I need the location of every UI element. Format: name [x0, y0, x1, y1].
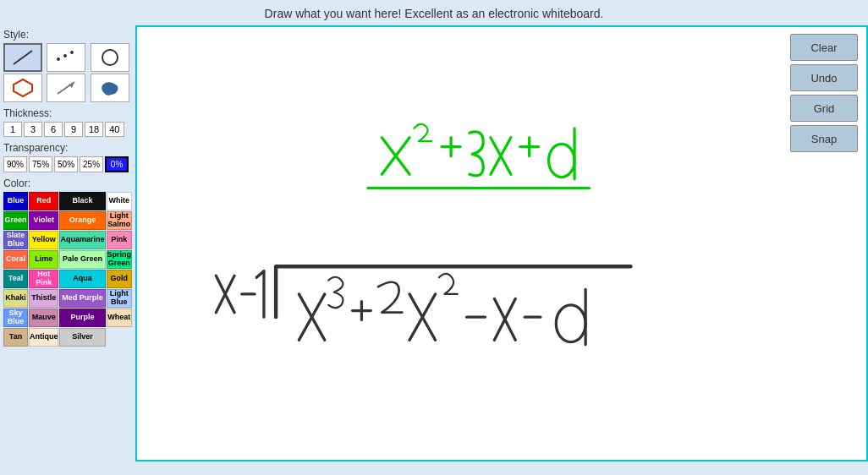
- thick-40[interactable]: 40: [105, 122, 124, 137]
- color-black[interactable]: Black: [59, 192, 105, 210]
- style-hexagon[interactable]: [3, 74, 42, 102]
- color-teal[interactable]: Teal: [3, 270, 28, 288]
- color-red[interactable]: Red: [29, 192, 59, 210]
- style-button-group: [3, 43, 132, 102]
- thick-18[interactable]: 18: [85, 122, 103, 137]
- trans-0[interactable]: 0%: [105, 156, 129, 172]
- color-thistle[interactable]: Thistle: [29, 289, 59, 308]
- color-spring-green[interactable]: Spring Green: [107, 250, 133, 269]
- color-pink[interactable]: Pink: [107, 231, 133, 249]
- transparency-label: Transparency:: [3, 142, 132, 154]
- sidebar: Style:: [0, 25, 135, 461]
- style-circle[interactable]: [91, 43, 129, 72]
- color-sky-blue[interactable]: Sky Blue: [3, 308, 28, 327]
- svg-point-2: [63, 54, 67, 57]
- color-pale-green[interactable]: Pale Green: [59, 250, 105, 269]
- math-drawing: [137, 27, 866, 460]
- thickness-group: 1 3 6 9 18 40: [3, 122, 132, 137]
- color-gold[interactable]: Gold: [107, 270, 133, 288]
- color-light-blue[interactable]: Light Blue: [107, 289, 133, 308]
- color-aqua[interactable]: Aqua: [59, 270, 105, 288]
- color-med-purple[interactable]: Med Purple: [59, 289, 105, 308]
- color-antique[interactable]: Antique: [29, 328, 59, 347]
- color-tan[interactable]: Tan: [3, 328, 28, 347]
- svg-point-4: [102, 50, 118, 65]
- clear-button[interactable]: Clear: [790, 34, 858, 61]
- color-lime[interactable]: Lime: [29, 250, 59, 269]
- color-mauve[interactable]: Mauve: [29, 308, 59, 327]
- style-arrow[interactable]: [47, 74, 85, 102]
- undo-button[interactable]: Undo: [790, 64, 858, 91]
- color-orange[interactable]: Orange: [59, 211, 105, 230]
- color-white[interactable]: White: [107, 192, 133, 210]
- svg-point-16: [549, 144, 575, 177]
- snap-button[interactable]: Snap: [790, 125, 858, 152]
- grid-button[interactable]: Grid: [790, 95, 858, 122]
- thickness-label: Thickness:: [3, 107, 132, 119]
- color-purple[interactable]: Purple: [59, 308, 105, 327]
- thick-6[interactable]: 6: [44, 122, 63, 137]
- action-buttons: Clear Undo Grid Snap: [790, 34, 858, 152]
- svg-marker-7: [69, 82, 74, 88]
- color-grid: BlueRedBlackWhiteGreenVioletOrangeLight …: [3, 192, 132, 347]
- color-light-salmo[interactable]: Light Salmo: [107, 211, 133, 230]
- svg-point-34: [556, 305, 585, 342]
- color-yellow[interactable]: Yellow: [29, 231, 59, 249]
- trans-75[interactable]: 75%: [29, 156, 52, 172]
- style-blob[interactable]: [91, 74, 129, 102]
- trans-90[interactable]: 90%: [3, 156, 27, 172]
- thick-9[interactable]: 9: [64, 122, 83, 137]
- thick-1[interactable]: 1: [3, 122, 22, 137]
- color-slate-blue[interactable]: Slate Blue: [3, 231, 28, 249]
- color-label: Color:: [3, 177, 132, 189]
- style-line[interactable]: [3, 43, 42, 72]
- color-green[interactable]: Green: [3, 211, 28, 230]
- svg-line-0: [14, 51, 32, 64]
- color-aquamarine[interactable]: Aquamarine: [59, 231, 105, 249]
- style-dotted[interactable]: [47, 43, 85, 72]
- transparency-group: 90% 75% 50% 25% 0%: [3, 156, 132, 172]
- color-violet[interactable]: Violet: [29, 211, 59, 230]
- trans-25[interactable]: 25%: [80, 156, 103, 172]
- trans-50[interactable]: 50%: [54, 156, 78, 172]
- svg-point-1: [57, 57, 60, 61]
- svg-point-3: [70, 51, 74, 54]
- color-khaki[interactable]: Khaki: [3, 289, 28, 308]
- drawing-canvas[interactable]: Clear Undo Grid Snap: [135, 25, 868, 461]
- color-wheat[interactable]: Wheat: [107, 308, 133, 327]
- color-blue[interactable]: Blue: [3, 192, 28, 210]
- color-coral[interactable]: Coral: [3, 250, 28, 269]
- color-hot-pink[interactable]: Hot Pink: [29, 270, 59, 288]
- style-label: Style:: [3, 29, 132, 41]
- color-silver[interactable]: Silver: [59, 328, 105, 347]
- thick-3[interactable]: 3: [24, 122, 42, 137]
- page-title: Draw what you want here! Excellent as an…: [265, 7, 604, 20]
- svg-marker-5: [14, 79, 32, 96]
